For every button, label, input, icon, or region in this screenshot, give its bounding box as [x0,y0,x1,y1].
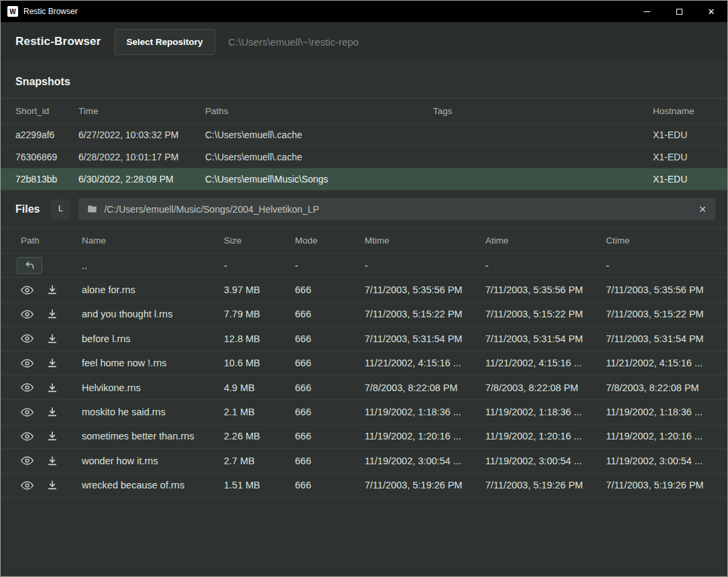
file-row[interactable]: moskito he said.rns 2.1 MB 666 11/19/200… [1,400,727,424]
eye-icon [21,479,34,492]
restore-file-button[interactable] [47,358,58,368]
file-row[interactable]: before l.rns 12.8 MB 666 7/11/2003, 5:31… [1,327,727,351]
file-row[interactable]: Helvikone.rns 4.9 MB 666 7/8/2003, 8:22:… [1,376,727,400]
download-icon [47,284,58,295]
restore-file-button[interactable] [47,407,58,417]
files-mode-button[interactable]: L [50,199,70,219]
window-controls: ✕ [631,1,727,22]
file-size: 3.97 MB [224,284,295,295]
column-header-hostname: Hostname [653,106,713,116]
preview-file-button[interactable] [21,454,34,467]
file-size: 2.7 MB [224,456,295,466]
restore-file-button[interactable] [47,456,58,466]
clear-path-button[interactable]: ✕ [699,205,707,214]
eye-icon [21,357,34,370]
column-header-mode: Mode [295,235,365,246]
file-atime: 7/11/2003, 5:35:56 PM [485,284,606,295]
download-icon [47,358,58,368]
preview-file-button[interactable] [21,479,34,492]
preview-file-button[interactable] [21,357,34,370]
file-atime: 7/8/2003, 8:22:08 PM [485,382,606,393]
restore-file-button[interactable] [47,382,58,393]
empty-area [1,498,727,576]
maximize-button[interactable] [663,1,695,22]
go-to-parent-button[interactable] [17,257,42,274]
file-path-bar[interactable]: /C:/Users/emuell/Music/Songs/2004_Helvet… [78,198,715,220]
column-header-short-id: Short_id [15,106,78,116]
file-actions-cell [15,284,82,297]
eye-icon [21,308,34,321]
file-size: 1.51 MB [224,480,295,490]
snapshot-time: 6/27/2022, 10:03:32 PM [78,129,205,140]
app-header: Restic-Browser Select Repository C:\User… [1,22,727,61]
file-mode: 666 [295,407,365,417]
snapshot-short-id: 72b813bb [15,174,78,185]
eye-icon [21,454,34,467]
file-ctime: 7/11/2003, 5:31:54 PM [606,333,713,344]
snapshot-row[interactable]: a2299af6 6/27/2022, 10:03:32 PM C:\Users… [1,124,727,146]
snapshot-time: 6/30/2022, 2:28:09 PM [78,174,205,185]
preview-file-button[interactable] [21,308,34,321]
file-row[interactable]: sometimes better than.rns 2.26 MB 666 11… [1,425,727,449]
eye-icon [21,406,34,419]
files-header-row: Path Name Size Mode Mtime Atime Ctime [1,227,727,254]
titlebar: W Restic Browser ✕ [1,1,727,22]
snapshot-row[interactable]: 76306869 6/28/2022, 10:01:17 PM C:\Users… [1,146,727,168]
snapshots-body: a2299af6 6/27/2022, 10:03:32 PM C:\Users… [1,124,727,191]
snapshot-hostname: X1-EDU [653,129,713,140]
preview-file-button[interactable] [21,332,34,345]
restore-file-button[interactable] [47,284,58,295]
file-row[interactable]: alone for.rns 3.97 MB 666 7/11/2003, 5:3… [1,278,727,302]
file-row[interactable]: and you thought l.rns 7.79 MB 666 7/11/2… [1,303,727,327]
restore-file-button[interactable] [47,309,58,319]
column-header-ctime: Ctime [606,235,713,246]
download-icon [47,333,58,344]
preview-file-button[interactable] [21,430,34,443]
clear-icon: ✕ [699,204,707,215]
file-ctime: 11/19/2002, 1:18:36 ... [606,407,713,417]
preview-file-button[interactable] [21,406,34,419]
file-actions-cell [15,332,82,345]
file-row[interactable]: wrecked because of.rns 1.51 MB 666 7/11/… [1,474,727,498]
restore-file-button[interactable] [47,431,58,441]
restore-file-button[interactable] [47,480,58,490]
file-row[interactable]: wonder how it.rns 2.7 MB 666 11/19/2002,… [1,449,727,473]
snapshot-row[interactable]: 72b813bb 6/30/2022, 2:28:09 PM C:\Users\… [1,168,727,191]
folder-icon [87,204,97,214]
file-atime: 11/19/2002, 1:18:36 ... [485,407,606,417]
download-icon [47,456,58,466]
file-name: Helvikone.rns [82,382,224,393]
file-row[interactable]: feel home now !.rns 10.6 MB 666 11/21/20… [1,352,727,376]
file-actions-cell [15,357,82,370]
file-mtime: 7/11/2003, 5:19:26 PM [365,480,485,490]
eye-icon [21,381,34,394]
file-mode: 666 [295,480,365,490]
eye-icon [21,430,34,443]
download-icon [47,431,58,441]
close-button[interactable]: ✕ [695,1,727,22]
file-atime: 11/19/2002, 1:20:16 ... [485,431,606,441]
select-repository-button[interactable]: Select Repository [115,29,215,55]
file-mtime: 7/11/2003, 5:15:22 PM [365,309,485,319]
file-mtime: 7/8/2003, 8:22:08 PM [365,382,485,393]
file-mtime: 11/19/2002, 1:20:16 ... [365,431,485,441]
file-size: 7.79 MB [224,309,295,319]
preview-file-button[interactable] [21,284,34,297]
preview-file-button[interactable] [21,381,34,394]
file-size: 4.9 MB [224,382,295,393]
file-mode: 666 [295,358,365,368]
snapshots-header-row: Short_id Time Paths Tags Hostname [1,98,727,124]
restore-file-button[interactable] [47,333,58,344]
parent-dir-row[interactable]: .. - - - - - [1,254,727,278]
file-actions-cell [15,308,82,321]
file-name: before l.rns [82,333,224,344]
snapshot-hostname: X1-EDU [653,174,713,185]
file-size: - [224,260,295,271]
app-title: Restic Browser [23,7,78,16]
app-window: W Restic Browser ✕ Restic-Browser Select… [0,0,728,577]
download-icon [47,382,58,393]
minimize-button[interactable] [631,1,663,22]
file-name: wrecked because of.rns [82,480,224,490]
file-ctime: 7/11/2003, 5:15:22 PM [606,309,713,319]
file-ctime: 7/8/2003, 8:22:08 PM [606,382,713,393]
